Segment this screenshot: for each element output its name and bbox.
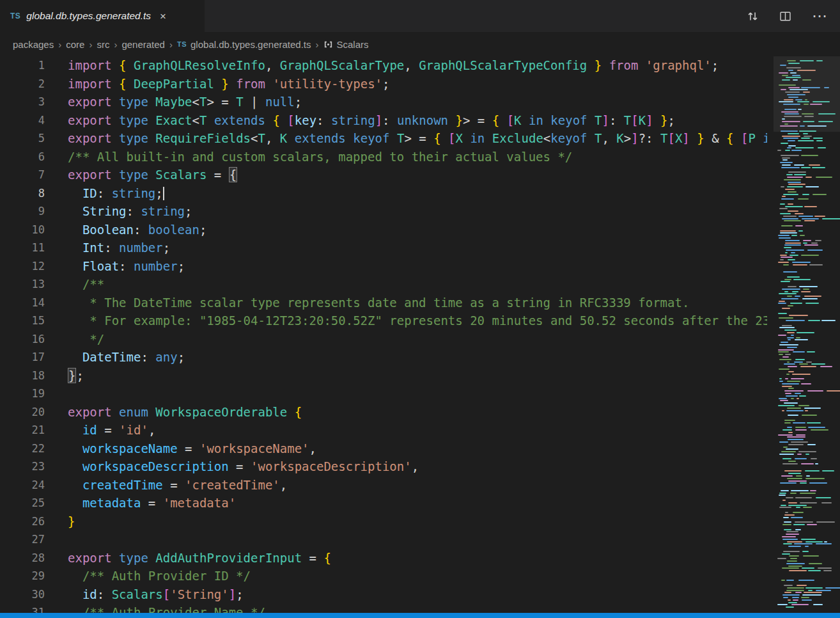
code-line[interactable]: 17 DateTime: any; xyxy=(0,348,767,367)
code-line[interactable]: 12 Float: number; xyxy=(0,257,767,276)
line-number[interactable]: 25 xyxy=(0,494,45,512)
breadcrumb-item-global-db-types-generated-ts[interactable]: TSglobal.db.types.generated.ts xyxy=(177,39,311,50)
code-line[interactable]: 23 workspaceDescription = 'workspaceDesc… xyxy=(0,457,767,476)
code-line[interactable]: 28export type AddAuthProviderInput = { xyxy=(0,549,767,567)
minimap-line xyxy=(777,473,839,474)
minimap-line xyxy=(777,534,839,535)
line-number[interactable]: 4 xyxy=(0,111,45,130)
minimap-line xyxy=(777,250,839,251)
code-line[interactable]: 14 * The DateTime scalar type represents… xyxy=(0,294,767,312)
line-number[interactable]: 7 xyxy=(0,166,45,184)
minimap-line xyxy=(777,456,839,457)
code-text: import { GraphQLResolveInfo, GraphQLScal… xyxy=(45,56,767,75)
code-line[interactable]: 16 */ xyxy=(0,330,767,349)
line-number[interactable]: 14 xyxy=(0,294,45,312)
editor-tab[interactable]: TS global.db.types.generated.ts × xyxy=(0,0,205,32)
split-editor-icon[interactable] xyxy=(779,10,791,22)
code-line[interactable]: 4export type Exact<T extends { [key: str… xyxy=(0,111,767,130)
minimap-line xyxy=(777,609,839,610)
minimap-line xyxy=(777,521,839,523)
line-number[interactable]: 20 xyxy=(0,403,45,422)
code-line[interactable]: 21 id = 'id', xyxy=(0,421,767,440)
line-number[interactable]: 19 xyxy=(0,384,45,403)
minimap-line xyxy=(777,519,839,520)
code-line[interactable]: 3export type Maybe<T> = T | null; xyxy=(0,93,767,111)
code-line[interactable]: 1import { GraphQLResolveInfo, GraphQLSca… xyxy=(0,56,767,75)
minimap-line xyxy=(777,400,839,401)
code-line[interactable]: 15 * For example: "1985-04-12T23:20:50.5… xyxy=(0,312,767,330)
line-number[interactable]: 26 xyxy=(0,512,45,531)
line-number[interactable]: 8 xyxy=(0,184,45,203)
minimap-line xyxy=(777,578,839,579)
minimap-line xyxy=(777,447,839,448)
minimap-line xyxy=(777,216,839,217)
code-line[interactable]: 10 Boolean: boolean; xyxy=(0,221,767,239)
code-line[interactable]: 18}; xyxy=(0,367,767,385)
minimap-line xyxy=(777,378,839,379)
minimap-line xyxy=(777,429,839,431)
minimap[interactable] xyxy=(774,56,840,613)
code-line[interactable]: 19 xyxy=(0,384,767,403)
code-line[interactable]: 27 xyxy=(0,530,767,549)
line-number[interactable]: 15 xyxy=(0,312,45,330)
code-line[interactable]: 22 workspaceName = 'workspaceName', xyxy=(0,440,767,458)
breadcrumb-item-core[interactable]: core xyxy=(66,39,84,50)
line-number[interactable]: 24 xyxy=(0,476,45,495)
line-number[interactable]: 2 xyxy=(0,75,45,93)
tab-close-icon[interactable]: × xyxy=(160,11,166,22)
minimap-line xyxy=(777,159,839,161)
line-number[interactable]: 5 xyxy=(0,129,45,148)
line-number[interactable]: 31 xyxy=(0,603,45,613)
minimap-line xyxy=(777,140,839,141)
line-number[interactable]: 27 xyxy=(0,530,45,549)
breadcrumb-item-src[interactable]: src xyxy=(97,39,109,50)
minimap-line xyxy=(777,558,839,559)
editor[interactable]: 1import { GraphQLResolveInfo, GraphQLSca… xyxy=(0,56,840,613)
breadcrumb-item-scalars[interactable]: Scalars xyxy=(323,39,369,50)
code-line[interactable]: 26} xyxy=(0,512,767,531)
line-number[interactable]: 13 xyxy=(0,275,45,294)
code-line[interactable]: 8 ID: string; xyxy=(0,184,767,203)
line-number[interactable]: 1 xyxy=(0,56,45,75)
code-line[interactable]: 30 id: Scalars['String']; xyxy=(0,585,767,604)
code-line[interactable]: 31 /** Auth Provider Name */ xyxy=(0,603,767,613)
minimap-line xyxy=(777,420,839,421)
code-line[interactable]: 20export enum WorkspaceOrderable { xyxy=(0,403,767,422)
line-number[interactable]: 23 xyxy=(0,457,45,476)
code-line[interactable]: 11 Int: number; xyxy=(0,239,767,257)
line-number[interactable]: 22 xyxy=(0,440,45,458)
line-number[interactable]: 28 xyxy=(0,549,45,567)
compare-changes-icon[interactable] xyxy=(747,10,759,22)
code-line[interactable]: 2import { DeepPartial } from 'utility-ty… xyxy=(0,75,767,93)
code-line[interactable]: 25 metadata = 'metadata' xyxy=(0,494,767,512)
code-line[interactable]: 24 createdTime = 'createdTime', xyxy=(0,476,767,495)
line-number[interactable]: 3 xyxy=(0,93,45,111)
line-number[interactable]: 11 xyxy=(0,239,45,257)
line-number[interactable]: 21 xyxy=(0,421,45,440)
code-line[interactable]: 6/** All built-in and custom scalars, ma… xyxy=(0,148,767,166)
line-number[interactable]: 18 xyxy=(0,367,45,385)
line-number[interactable]: 12 xyxy=(0,257,45,276)
minimap-line xyxy=(777,208,839,209)
line-number[interactable]: 30 xyxy=(0,585,45,604)
code-line[interactable]: 29 /** Auth Provider ID */ xyxy=(0,567,767,585)
minimap-line xyxy=(777,191,839,193)
minimap-line xyxy=(777,602,839,603)
line-number[interactable]: 6 xyxy=(0,148,45,166)
minimap-line xyxy=(777,458,839,459)
breadcrumb-item-generated[interactable]: generated xyxy=(121,39,165,50)
minimap-slider[interactable] xyxy=(774,56,840,132)
line-number[interactable]: 29 xyxy=(0,567,45,585)
line-number[interactable]: 16 xyxy=(0,330,45,349)
minimap-line xyxy=(777,470,839,471)
code-line[interactable]: 13 /** xyxy=(0,275,767,294)
minimap-line xyxy=(777,155,839,156)
more-actions-icon[interactable]: ⋯ xyxy=(812,13,827,19)
breadcrumb-item-packages[interactable]: packages xyxy=(13,39,54,50)
code-line[interactable]: 7export type Scalars = { xyxy=(0,166,767,184)
line-number[interactable]: 9 xyxy=(0,202,45,221)
line-number[interactable]: 17 xyxy=(0,348,45,367)
code-line[interactable]: 5export type RequireFields<T, K extends … xyxy=(0,129,767,148)
line-number[interactable]: 10 xyxy=(0,221,45,239)
code-line[interactable]: 9 String: string; xyxy=(0,202,767,221)
